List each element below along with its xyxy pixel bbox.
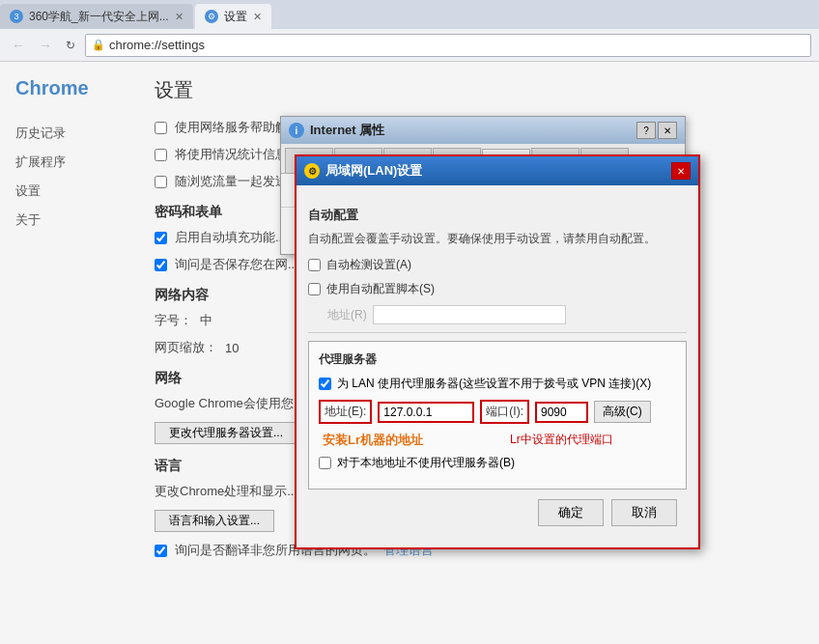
internet-props-title: Internet 属性 (310, 122, 384, 139)
label-auto-detect: 自动检测设置(A) (326, 257, 411, 273)
proxy-addr-label: 地址(E): (319, 400, 372, 424)
checkbox-bypass-local[interactable] (319, 457, 331, 469)
lan-title-btns: ✕ (671, 162, 691, 180)
proxy-port-input[interactable] (535, 402, 588, 423)
forward-button[interactable]: → (35, 35, 56, 56)
lang-desc: 更改Chrome处理和显示... (155, 483, 297, 500)
sidebar-item-settings[interactable]: 设置 (15, 177, 135, 206)
lan-dialog-footer: 确定 取消 (308, 490, 687, 536)
page-title: 设置 (155, 77, 800, 103)
lan-ok-button[interactable]: 确定 (538, 499, 604, 526)
font-label: 字号： (155, 312, 192, 329)
label-use-proxy: 为 LAN 使用代理服务器(这些设置不用于拨号或 VPN 连接)(X) (337, 376, 651, 392)
browser-window: 3 360学航_新一代安全上网... ✕ ⚙ 设置 ✕ ← → ↻ 🔒 chro… (0, 0, 819, 644)
label-save-pwd: 询问是否保存您在网... (175, 256, 298, 273)
lan-auto-config-desc: 自动配置会覆盖手动设置。要确保使用手动设置，请禁用自动配置。 (308, 230, 687, 247)
internet-props-close-btn[interactable]: ✕ (658, 122, 677, 139)
tab-bar: 3 360学航_新一代安全上网... ✕ ⚙ 设置 ✕ (0, 0, 819, 29)
sidebar-item-history[interactable]: 历史记录 (15, 119, 135, 148)
sidebar-item-extensions[interactable]: 扩展程序 (15, 148, 135, 177)
proxy-enable-row: 为 LAN 使用代理服务器(这些设置不用于拨号或 VPN 连接)(X) (319, 376, 676, 392)
lan-settings-dialog: ⚙ 局域网(LAN)设置 ✕ 自动配置 自动配置会覆盖手动设置。要确保使用手动设… (295, 154, 700, 549)
network-desc: Google Chrome会使用您... (155, 395, 304, 412)
label-auto-script: 使用自动配置脚本(S) (326, 281, 435, 297)
tab-2[interactable]: ⚙ 设置 ✕ (195, 4, 271, 29)
back-button[interactable]: ← (8, 35, 29, 56)
checkbox-save-pwd[interactable] (155, 259, 167, 271)
proxy-advanced-button[interactable]: 高级(C) (594, 401, 651, 423)
address-bar[interactable]: 🔒 chrome://settings (85, 34, 811, 57)
internet-props-title-btns: ? ✕ (636, 122, 677, 139)
checkbox-autofill[interactable] (155, 232, 167, 244)
tab-2-label: 设置 (224, 9, 247, 25)
tab-1-icon: 3 (10, 10, 23, 23)
nav-bar: ← → ↻ 🔒 chrome://settings (0, 29, 819, 62)
internet-props-icon: i (289, 123, 304, 138)
label-script-address: 地址(R) (327, 307, 367, 323)
internet-props-title-bar: i Internet 属性 ? ✕ (281, 117, 685, 144)
checkbox-traffic[interactable] (155, 176, 167, 188)
lan-cancel-button[interactable]: 取消 (611, 499, 677, 526)
proxy-bypass-row: 对于本地地址不使用代理服务器(B) (319, 455, 676, 471)
reload-button[interactable]: ↻ (62, 37, 79, 54)
checkbox-auto-script[interactable] (308, 283, 321, 295)
tab-1-close[interactable]: ✕ (175, 11, 184, 23)
change-proxy-button[interactable]: 更改代理服务器设置... (155, 422, 297, 444)
zoom-label: 网页缩放： (155, 339, 217, 356)
lan-dialog-icon: ⚙ (304, 163, 320, 179)
tab-2-icon: ⚙ (205, 10, 218, 23)
zoom-value: 10 (225, 341, 239, 355)
language-settings-button[interactable]: 语言和输入设置... (155, 510, 274, 532)
proxy-port-label: 端口(I): (480, 400, 529, 424)
proxy-server-section: 代理服务器 为 LAN 使用代理服务器(这些设置不用于拨号或 VPN 连接)(X… (308, 341, 687, 490)
annotation-port: Lr中设置的代理端口 (510, 432, 613, 449)
tab-1[interactable]: 3 360学航_新一代安全上网... ✕ (0, 4, 193, 29)
label-autofill: 启用自动填充功能... (175, 229, 286, 246)
checkbox-network-service[interactable] (155, 122, 167, 134)
lan-auto-detect-row: 自动检测设置(A) (308, 257, 687, 273)
sidebar-item-about[interactable]: 关于 (15, 206, 135, 235)
sidebar: Chrome 历史记录 扩展程序 设置 关于 (0, 62, 135, 644)
lan-address-row: 地址(R) (308, 305, 687, 324)
lan-auto-config-title: 自动配置 (308, 207, 687, 224)
checkbox-auto-detect[interactable] (308, 259, 321, 271)
lan-dialog-body: 自动配置 自动配置会覆盖手动设置。要确保使用手动设置，请禁用自动配置。 自动检测… (297, 185, 698, 547)
label-bypass: 对于本地地址不使用代理服务器(B) (337, 455, 515, 471)
proxy-address-input[interactable] (378, 402, 474, 423)
sidebar-logo: Chrome (15, 77, 135, 99)
lan-close-button[interactable]: ✕ (671, 162, 691, 180)
internet-props-help-btn[interactable]: ? (636, 122, 656, 139)
proxy-section-title: 代理服务器 (319, 351, 676, 368)
lock-icon: 🔒 (92, 39, 105, 51)
address-text: chrome://settings (109, 38, 205, 52)
proxy-fields-row: 地址(E): 端口(I): 高级(C) (319, 400, 676, 424)
checkbox-translate[interactable] (155, 545, 167, 557)
checkbox-use-proxy[interactable] (319, 378, 331, 390)
annotation-addr: 安装Lr机器的地址 (323, 432, 423, 449)
lan-dialog-title: 局域网(LAN)设置 (325, 162, 422, 180)
tab-1-label: 360学航_新一代安全上网... (29, 9, 169, 25)
checkbox-usage-stats[interactable] (155, 149, 167, 161)
font-value: 中 (200, 312, 212, 329)
tab-2-close[interactable]: ✕ (253, 11, 262, 23)
lan-auto-script-row: 使用自动配置脚本(S) (308, 281, 687, 297)
lan-title-bar: ⚙ 局域网(LAN)设置 ✕ (297, 156, 698, 185)
script-address-input[interactable] (373, 305, 566, 324)
